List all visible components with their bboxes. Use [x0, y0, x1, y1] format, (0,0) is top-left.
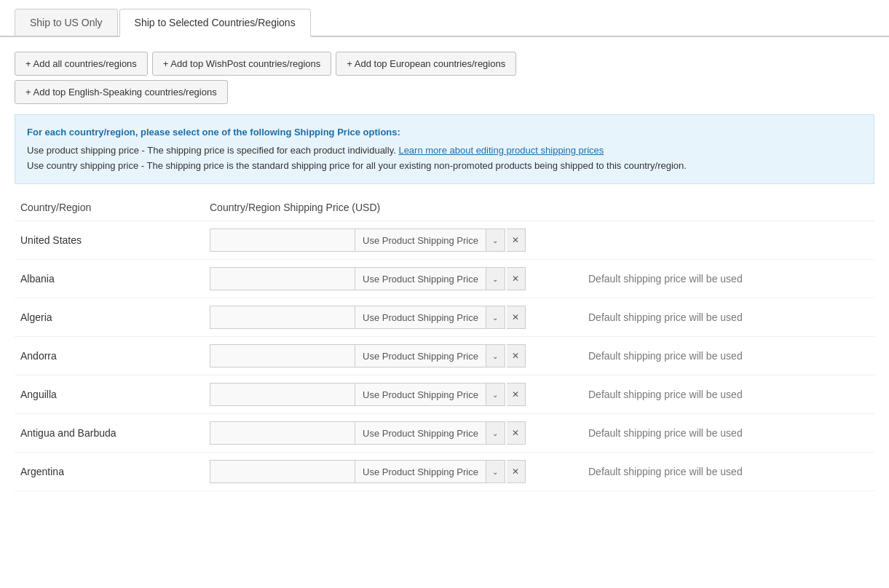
dropdown-button[interactable]: ⌄: [486, 383, 505, 406]
price-cell: Use Product Shipping Price⌄✕: [204, 376, 582, 414]
country-name: Andorra: [15, 337, 204, 376]
price-input[interactable]: [210, 460, 355, 483]
note-cell: Default shipping price will be used: [582, 298, 874, 337]
price-input[interactable]: [210, 229, 355, 252]
country-name: Anguilla: [15, 376, 204, 414]
table-row: United StatesUse Product Shipping Price⌄…: [15, 221, 874, 260]
price-input[interactable]: [210, 267, 355, 290]
tab-selected-countries[interactable]: Ship to Selected Countries/Regions: [119, 9, 311, 37]
price-select-label: Use Product Shipping Price: [355, 229, 486, 252]
price-input[interactable]: [210, 306, 355, 329]
price-input[interactable]: [210, 421, 355, 445]
action-buttons: + Add all countries/regions + Add top Wi…: [15, 52, 874, 76]
dropdown-button[interactable]: ⌄: [486, 421, 505, 445]
price-control: Use Product Shipping Price⌄✕: [210, 267, 577, 290]
main-content: + Add all countries/regions + Add top Wi…: [0, 37, 889, 506]
info-box: For each country/region, please select o…: [15, 114, 874, 184]
tab-header: Ship to US Only Ship to Selected Countri…: [0, 0, 889, 37]
country-name: Antigua and Barbuda: [15, 414, 204, 453]
table-row: AndorraUse Product Shipping Price⌄✕Defau…: [15, 337, 874, 376]
col-note: [582, 194, 874, 221]
price-cell: Use Product Shipping Price⌄✕: [204, 221, 582, 260]
price-select-label: Use Product Shipping Price: [355, 344, 486, 368]
note-cell: Default shipping price will be used: [582, 260, 874, 298]
note-cell: Default shipping price will be used: [582, 453, 874, 491]
col-price: Country/Region Shipping Price (USD): [204, 194, 582, 221]
price-cell: Use Product Shipping Price⌄✕: [204, 414, 582, 453]
price-select-label: Use Product Shipping Price: [355, 421, 486, 445]
add-wishpost-button[interactable]: + Add top WishPost countries/regions: [152, 52, 331, 76]
remove-button[interactable]: ✕: [507, 229, 526, 252]
remove-button[interactable]: ✕: [507, 383, 526, 406]
note-cell: Default shipping price will be used: [582, 376, 874, 414]
price-select-label: Use Product Shipping Price: [355, 383, 486, 406]
dropdown-button[interactable]: ⌄: [486, 229, 505, 252]
price-control: Use Product Shipping Price⌄✕: [210, 421, 577, 445]
add-english-button[interactable]: + Add top English-Speaking countries/reg…: [15, 80, 228, 104]
table-row: ArgentinaUse Product Shipping Price⌄✕Def…: [15, 453, 874, 491]
note-cell: Default shipping price will be used: [582, 414, 874, 453]
price-cell: Use Product Shipping Price⌄✕: [204, 453, 582, 491]
price-control: Use Product Shipping Price⌄✕: [210, 383, 577, 406]
price-input[interactable]: [210, 344, 355, 368]
dropdown-button[interactable]: ⌄: [486, 267, 505, 290]
country-name: Argentina: [15, 453, 204, 491]
note-cell: Default shipping price will be used: [582, 337, 874, 376]
dropdown-button[interactable]: ⌄: [486, 306, 505, 329]
action-buttons-row2: + Add top English-Speaking countries/reg…: [15, 80, 874, 104]
add-all-button[interactable]: + Add all countries/regions: [15, 52, 148, 76]
add-european-button[interactable]: + Add top European countries/regions: [336, 52, 516, 76]
remove-button[interactable]: ✕: [507, 267, 526, 290]
country-name: Albania: [15, 260, 204, 298]
remove-button[interactable]: ✕: [507, 306, 526, 329]
price-control: Use Product Shipping Price⌄✕: [210, 344, 577, 368]
col-country: Country/Region: [15, 194, 204, 221]
price-cell: Use Product Shipping Price⌄✕: [204, 260, 582, 298]
table-row: AlbaniaUse Product Shipping Price⌄✕Defau…: [15, 260, 874, 298]
price-control: Use Product Shipping Price⌄✕: [210, 460, 577, 483]
remove-button[interactable]: ✕: [507, 421, 526, 445]
table-row: AlgeriaUse Product Shipping Price⌄✕Defau…: [15, 298, 874, 337]
page-wrapper: Ship to US Only Ship to Selected Countri…: [0, 0, 889, 588]
price-cell: Use Product Shipping Price⌄✕: [204, 298, 582, 337]
remove-button[interactable]: ✕: [507, 344, 526, 368]
shipping-table: Country/Region Country/Region Shipping P…: [15, 194, 874, 491]
remove-button[interactable]: ✕: [507, 460, 526, 483]
dropdown-button[interactable]: ⌄: [486, 460, 505, 483]
table-row: AnguillaUse Product Shipping Price⌄✕Defa…: [15, 376, 874, 414]
price-input[interactable]: [210, 383, 355, 406]
price-select-label: Use Product Shipping Price: [355, 267, 486, 290]
info-line1: Use product shipping price - The shippin…: [27, 143, 862, 159]
price-select-label: Use Product Shipping Price: [355, 460, 486, 483]
price-control: Use Product Shipping Price⌄✕: [210, 306, 577, 329]
dropdown-button[interactable]: ⌄: [486, 344, 505, 368]
learn-more-link[interactable]: Learn more about editing product shippin…: [398, 145, 604, 156]
info-line2: Use country shipping price - The shippin…: [27, 159, 862, 174]
tab-us-only[interactable]: Ship to US Only: [15, 9, 118, 36]
country-name: United States: [15, 221, 204, 260]
price-select-label: Use Product Shipping Price: [355, 306, 486, 329]
note-cell: [582, 221, 874, 260]
country-name: Algeria: [15, 298, 204, 337]
price-cell: Use Product Shipping Price⌄✕: [204, 337, 582, 376]
table-row: Antigua and BarbudaUse Product Shipping …: [15, 414, 874, 453]
info-title: For each country/region, please select o…: [27, 125, 862, 140]
price-control: Use Product Shipping Price⌄✕: [210, 229, 577, 252]
